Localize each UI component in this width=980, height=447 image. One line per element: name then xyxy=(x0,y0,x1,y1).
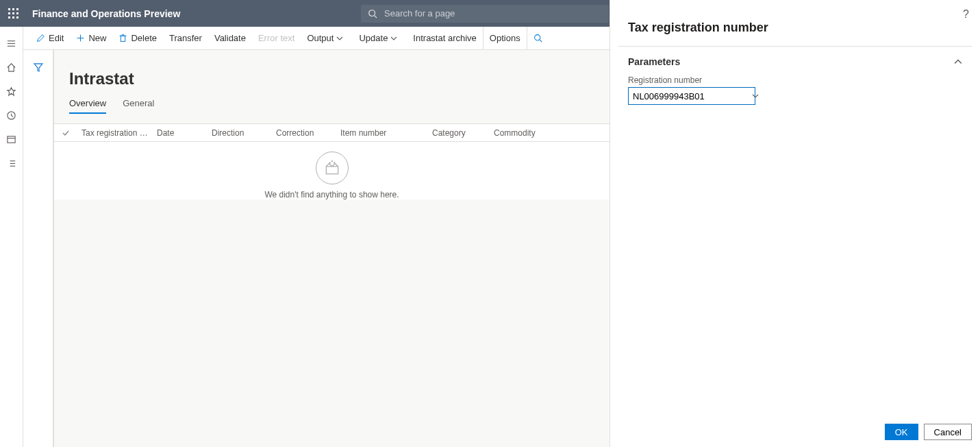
side-panel: ? Tax registration number Parameters Reg… xyxy=(610,0,980,447)
update-menu[interactable]: Update xyxy=(353,27,407,49)
svg-rect-13 xyxy=(121,36,126,41)
search-box[interactable] xyxy=(361,5,609,23)
output-menu[interactable]: Output xyxy=(301,27,353,49)
tabs: Overview General xyxy=(69,98,610,114)
tab-general[interactable]: General xyxy=(123,98,154,114)
svg-point-9 xyxy=(369,10,375,16)
intrastat-archive-button[interactable]: Intrastat archive xyxy=(407,27,483,49)
validate-button[interactable]: Validate xyxy=(208,27,252,49)
workspace-icon[interactable] xyxy=(6,134,16,145)
filter-rail xyxy=(23,50,53,447)
chevron-down-icon xyxy=(336,35,343,42)
svg-rect-0 xyxy=(8,8,10,10)
app-title: Finance and Operations Preview xyxy=(32,8,180,19)
svg-point-16 xyxy=(534,35,540,40)
col-tax-registration[interactable]: Tax registration num... xyxy=(77,128,153,138)
chevron-down-icon xyxy=(390,35,397,42)
intrastat-archive-label: Intrastat archive xyxy=(413,33,477,43)
svg-line-17 xyxy=(540,40,542,42)
col-commodity[interactable]: Commodity xyxy=(490,128,558,138)
empty-state-text: We didn't find anything to show here. xyxy=(264,190,399,200)
search-icon xyxy=(361,9,384,19)
main-content: Intrastat Overview General Tax registrat… xyxy=(53,50,610,447)
modules-icon[interactable] xyxy=(6,158,16,169)
checkmark-icon xyxy=(62,129,70,137)
select-all-checkbox[interactable] xyxy=(54,129,77,137)
grid-header: Tax registration num... Date Direction C… xyxy=(54,124,610,142)
col-correction[interactable]: Correction xyxy=(272,128,336,138)
validate-label: Validate xyxy=(214,33,246,43)
hamburger-icon[interactable] xyxy=(6,38,16,49)
app-launcher-icon[interactable] xyxy=(0,8,27,19)
left-rail xyxy=(0,27,23,447)
options-button[interactable]: Options xyxy=(483,27,527,49)
data-grid: Tax registration num... Date Direction C… xyxy=(54,123,610,200)
svg-point-33 xyxy=(329,162,330,163)
col-date[interactable]: Date xyxy=(153,128,208,138)
options-label: Options xyxy=(490,33,520,43)
star-icon[interactable] xyxy=(6,86,16,97)
edit-label: Edit xyxy=(49,33,64,43)
grid-empty-state: We didn't find anything to show here. xyxy=(54,142,610,200)
panel-footer: OK Cancel xyxy=(610,417,980,447)
error-text-label: Error text xyxy=(258,33,294,43)
page-title: Intrastat xyxy=(69,69,610,88)
home-icon[interactable] xyxy=(6,62,16,73)
delete-button[interactable]: Delete xyxy=(112,27,163,49)
svg-rect-23 xyxy=(8,136,15,143)
cancel-button[interactable]: Cancel xyxy=(924,424,972,440)
svg-rect-4 xyxy=(12,12,14,14)
svg-rect-8 xyxy=(16,16,18,19)
svg-rect-6 xyxy=(8,16,10,19)
new-label: New xyxy=(88,33,106,43)
update-label: Update xyxy=(359,33,388,43)
edit-button[interactable]: Edit xyxy=(30,27,70,49)
svg-rect-1 xyxy=(12,8,14,10)
delete-label: Delete xyxy=(131,33,157,43)
parameters-section-header[interactable]: Parameters xyxy=(610,47,980,67)
svg-rect-2 xyxy=(16,8,18,10)
registration-number-label: Registration number xyxy=(628,75,962,85)
registration-number-field: Registration number xyxy=(610,67,980,105)
col-category[interactable]: Category xyxy=(428,128,490,138)
search-icon xyxy=(533,34,542,43)
transfer-label: Transfer xyxy=(169,33,202,43)
error-text-button: Error text xyxy=(252,27,301,49)
empty-state-icon xyxy=(316,152,349,184)
tab-overview[interactable]: Overview xyxy=(69,98,106,114)
new-button[interactable]: New xyxy=(70,27,112,49)
svg-rect-3 xyxy=(8,12,10,14)
registration-number-input[interactable] xyxy=(629,91,752,101)
clock-icon[interactable] xyxy=(6,110,16,121)
panel-title: Tax registration number xyxy=(610,0,980,46)
svg-marker-21 xyxy=(8,88,15,95)
svg-point-35 xyxy=(334,162,334,163)
output-label: Output xyxy=(307,33,334,43)
ok-button[interactable]: OK xyxy=(885,424,918,440)
chevron-up-icon xyxy=(954,58,962,66)
svg-marker-31 xyxy=(34,64,42,71)
registration-number-combo[interactable] xyxy=(628,87,755,105)
svg-rect-32 xyxy=(326,167,338,174)
search-input[interactable] xyxy=(384,8,609,19)
filter-icon[interactable] xyxy=(33,62,44,73)
svg-point-34 xyxy=(331,161,332,162)
col-direction[interactable]: Direction xyxy=(208,128,272,138)
svg-rect-5 xyxy=(16,12,18,14)
svg-rect-7 xyxy=(12,16,14,19)
help-icon[interactable]: ? xyxy=(963,8,969,21)
transfer-button[interactable]: Transfer xyxy=(163,27,208,49)
svg-line-10 xyxy=(375,15,377,18)
chevron-down-icon[interactable] xyxy=(752,93,759,99)
parameters-label: Parameters xyxy=(628,56,680,67)
col-item-number[interactable]: Item number xyxy=(336,128,428,138)
find-button[interactable] xyxy=(527,27,552,49)
